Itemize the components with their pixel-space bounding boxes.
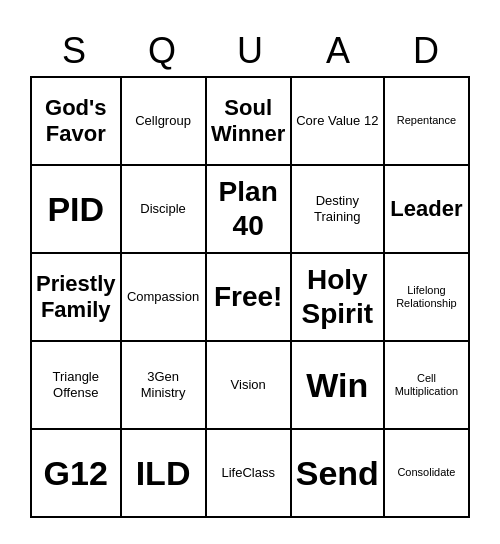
bingo-cell-r3-c4: Cell Multiplication [385,342,470,430]
bingo-cell-r0-c0: God's Favor [32,78,122,166]
bingo-cell-r2-c2: Free! [207,254,292,342]
bingo-cell-r2-c4: Lifelong Relationship [385,254,470,342]
bingo-header: SQUAD [30,26,470,76]
bingo-cell-r4-c0: G12 [32,430,122,518]
bingo-cell-r1-c1: Disciple [122,166,207,254]
bingo-cell-r2-c0: Priestly Family [32,254,122,342]
bingo-cell-r4-c4: Consolidate [385,430,470,518]
bingo-cell-r4-c3: Send [292,430,385,518]
header-letter-d: D [382,26,470,76]
bingo-cell-r1-c3: Destiny Training [292,166,385,254]
bingo-cell-r4-c1: ILD [122,430,207,518]
bingo-cell-r2-c1: Compassion [122,254,207,342]
header-letter-s: S [30,26,118,76]
bingo-card: SQUAD God's FavorCellgroupSoul WinnerCor… [20,16,480,528]
bingo-cell-r1-c2: Plan 40 [207,166,292,254]
bingo-cell-r3-c3: Win [292,342,385,430]
bingo-cell-r1-c0: PID [32,166,122,254]
bingo-cell-r0-c2: Soul Winner [207,78,292,166]
header-letter-u: U [206,26,294,76]
bingo-cell-r0-c4: Repentance [385,78,470,166]
bingo-cell-r4-c2: LifeClass [207,430,292,518]
bingo-cell-r3-c0: Triangle Offense [32,342,122,430]
bingo-cell-r3-c2: Vision [207,342,292,430]
bingo-cell-r1-c4: Leader [385,166,470,254]
bingo-cell-r0-c1: Cellgroup [122,78,207,166]
header-letter-a: A [294,26,382,76]
bingo-cell-r3-c1: 3Gen Ministry [122,342,207,430]
bingo-grid: God's FavorCellgroupSoul WinnerCore Valu… [30,76,470,518]
bingo-cell-r2-c3: Holy Spirit [292,254,385,342]
bingo-cell-r0-c3: Core Value 12 [292,78,385,166]
header-letter-q: Q [118,26,206,76]
